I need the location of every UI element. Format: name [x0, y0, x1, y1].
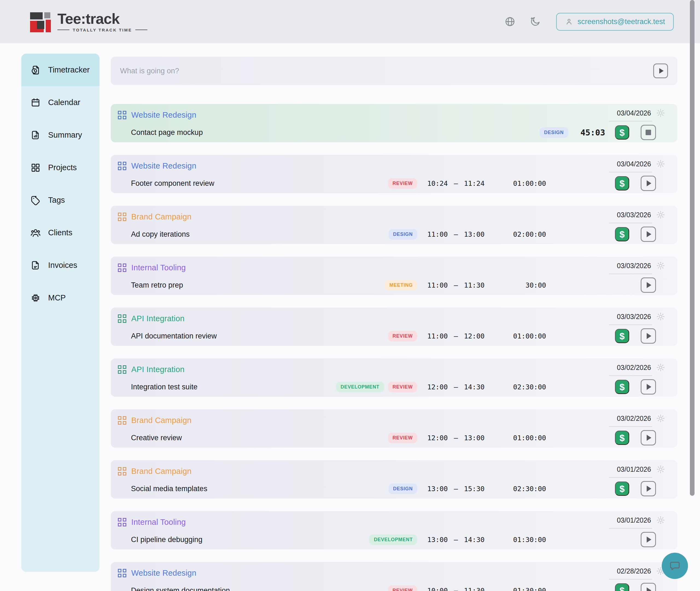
sidebar-item-invoices[interactable]: Invoices	[21, 249, 99, 281]
time-range: 10:24–11:24	[427, 180, 484, 187]
project-name[interactable]: API Integration	[131, 314, 184, 323]
chat-fab[interactable]	[662, 553, 688, 579]
task-name[interactable]: Social media templates	[131, 484, 385, 493]
start-time[interactable]: 10:00	[427, 587, 448, 591]
sidebar-item-calendar[interactable]: Calendar	[21, 86, 99, 119]
project-name[interactable]: Website Redesign	[131, 569, 196, 578]
play-button[interactable]	[641, 226, 656, 242]
gear-icon[interactable]	[656, 465, 665, 474]
gear-icon[interactable]	[656, 108, 665, 118]
what-is-going-on-input[interactable]	[120, 67, 653, 75]
billable-button[interactable]: $	[615, 227, 629, 241]
dollar-icon: $	[620, 433, 625, 443]
billable-button[interactable]: $	[615, 481, 629, 496]
start-time[interactable]: 10:24	[427, 180, 448, 187]
billable-button[interactable]: $	[615, 176, 629, 190]
start-time[interactable]: 13:00	[427, 485, 448, 493]
billable-button[interactable]: $	[615, 125, 629, 139]
task-name[interactable]: CI pipeline debugging	[131, 535, 365, 544]
project-name[interactable]: Brand Campaign	[131, 467, 191, 476]
task-name[interactable]: API documentation review	[131, 332, 384, 340]
project-name[interactable]: API Integration	[131, 365, 184, 374]
end-time[interactable]: 12:00	[464, 332, 484, 340]
globe-icon[interactable]	[504, 16, 516, 27]
gear-icon[interactable]	[656, 210, 665, 219]
tag-badge: MEETING	[385, 280, 417, 290]
scrollbar-thumb[interactable]	[690, 0, 695, 496]
project-name[interactable]: Website Redesign	[131, 111, 196, 120]
play-button[interactable]	[641, 379, 656, 395]
start-time[interactable]: 13:00	[427, 536, 448, 544]
start-time[interactable]: 11:00	[427, 281, 448, 289]
end-time[interactable]: 15:30	[464, 485, 484, 493]
entry-date[interactable]: 03/04/2026	[617, 109, 651, 117]
project-name[interactable]: Internal Tooling	[131, 518, 186, 527]
billable-button[interactable]: $	[615, 329, 629, 343]
project-name[interactable]: Website Redesign	[131, 161, 196, 171]
end-time[interactable]: 13:00	[464, 231, 484, 238]
sidebar-item-tags[interactable]: Tags	[21, 184, 99, 216]
project-name[interactable]: Internal Tooling	[131, 263, 186, 272]
start-time[interactable]: 12:00	[427, 434, 448, 442]
entry-date[interactable]: 03/03/2026	[617, 313, 651, 321]
task-name[interactable]: Design system documentation	[131, 586, 384, 591]
billable-button[interactable]: $	[615, 583, 629, 591]
sidebar-item-projects[interactable]: Projects	[21, 151, 99, 184]
entry-date[interactable]: 03/02/2026	[617, 364, 651, 372]
entry-date[interactable]: 03/02/2026	[617, 414, 651, 422]
billable-button[interactable]: $	[615, 380, 629, 394]
start-time[interactable]: 12:00	[427, 383, 448, 391]
play-button[interactable]	[641, 277, 656, 293]
time-range-dash: –	[454, 485, 458, 493]
entry-date[interactable]: 03/03/2026	[617, 262, 651, 270]
stop-button[interactable]	[641, 125, 656, 140]
sidebar-item-timetracker[interactable]: Timetracker	[21, 54, 99, 86]
sidebar-item-label: Clients	[48, 228, 72, 237]
gear-icon[interactable]	[656, 312, 665, 321]
duration: 02:00:00	[495, 231, 546, 238]
task-name[interactable]: Footer component review	[131, 179, 384, 188]
entry-date[interactable]: 03/03/2026	[617, 211, 651, 219]
dark-mode-moon-icon[interactable]	[529, 16, 541, 27]
gear-icon[interactable]	[656, 516, 665, 525]
task-name[interactable]: Ad copy iterations	[131, 230, 385, 239]
entry-date[interactable]: 03/01/2026	[617, 516, 651, 524]
end-time[interactable]: 11:24	[464, 180, 484, 187]
play-button[interactable]	[641, 430, 656, 446]
time-range: 10:00–11:30	[427, 587, 484, 591]
task-name[interactable]: Team retro prep	[131, 281, 381, 289]
sidebar-item-mcp[interactable]: MCP	[21, 281, 99, 314]
end-time[interactable]: 13:00	[464, 434, 484, 442]
gear-icon[interactable]	[656, 363, 665, 372]
end-time[interactable]: 11:30	[464, 281, 484, 289]
gear-icon[interactable]	[656, 414, 665, 423]
play-button[interactable]	[641, 176, 656, 191]
end-time[interactable]: 11:30	[464, 587, 484, 591]
billable-button[interactable]: $	[615, 431, 629, 445]
start-time[interactable]: 11:00	[427, 332, 448, 340]
sidebar-item-clients[interactable]: Clients	[21, 216, 99, 249]
play-button[interactable]	[641, 328, 656, 344]
user-account-button[interactable]: screenshots@teetrack.test	[556, 13, 674, 30]
project-name[interactable]: Brand Campaign	[131, 212, 191, 221]
end-time[interactable]: 14:30	[464, 536, 484, 544]
gear-icon[interactable]	[656, 261, 665, 270]
play-button[interactable]	[641, 532, 656, 547]
project-name[interactable]: Brand Campaign	[131, 416, 191, 425]
entry-date[interactable]: 03/04/2026	[617, 160, 651, 168]
date-divider	[609, 375, 652, 376]
start-timer-button[interactable]	[653, 63, 668, 78]
play-button[interactable]	[641, 481, 656, 496]
start-time[interactable]: 11:00	[427, 231, 448, 238]
task-name[interactable]: Contact page mockup	[131, 128, 536, 137]
entry-date[interactable]: 03/01/2026	[617, 465, 651, 473]
task-name[interactable]: Creative review	[131, 434, 384, 442]
gear-icon[interactable]	[656, 159, 665, 169]
billable-slot: $	[615, 583, 629, 591]
end-time[interactable]: 14:30	[464, 383, 484, 391]
task-name[interactable]: Integration test suite	[131, 383, 332, 391]
logo-title: Tee:track	[58, 11, 147, 26]
sidebar-item-summary[interactable]: Summary	[21, 119, 99, 151]
play-button[interactable]	[641, 583, 656, 591]
entry-date[interactable]: 02/28/2026	[617, 567, 651, 575]
